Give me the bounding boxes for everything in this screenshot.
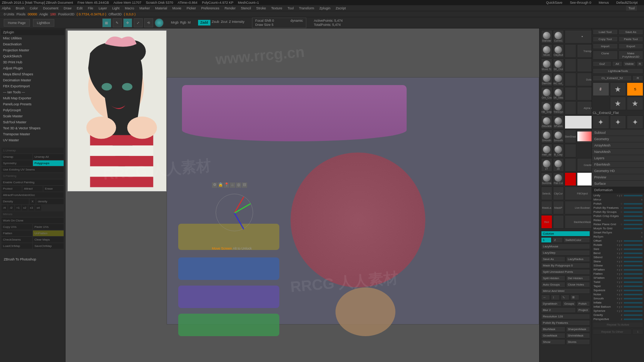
scale-icon[interactable]: ⤢ xyxy=(134,18,143,27)
section-surface[interactable]: Surface xyxy=(592,181,644,187)
brush-empty8[interactable] xyxy=(565,144,577,157)
sculptris-icon[interactable]: ▦ xyxy=(102,18,111,27)
import-button[interactable]: Import xyxy=(593,43,618,49)
d-h2[interactable]: /2 xyxy=(8,205,14,211)
live-boolean-button[interactable]: Live Boolean xyxy=(565,201,592,214)
rs-slider[interactable]: ReSym xyxy=(593,235,640,238)
section-fibermesh[interactable]: FiberMesh xyxy=(592,162,644,168)
brush-hpolish[interactable]: hPolish xyxy=(553,115,564,129)
rpg-slider[interactable]: Relax Plane Grid xyxy=(593,223,619,226)
plugin-3dprint[interactable]: 3D Print Hub xyxy=(1,59,64,65)
brush-skclot[interactable]: SK_Clot xyxy=(553,58,564,72)
tool-thumb-6[interactable]: ✦ xyxy=(610,115,626,129)
sflatten-slider[interactable]: SFlatten xyxy=(593,276,616,280)
menu-light[interactable]: Light xyxy=(112,6,120,10)
mw-icon4[interactable]: ⊞ xyxy=(570,295,579,300)
smooth-d-slider[interactable]: Smooth xyxy=(593,297,616,300)
make-polymesh-button[interactable]: Make PolyMesh3D xyxy=(619,51,644,60)
matcap-red[interactable]: Red xyxy=(541,215,552,229)
polygroups-toggle[interactable]: Polygroups xyxy=(33,160,64,166)
menu-material[interactable]: Material xyxy=(155,6,167,10)
gizmo-icon[interactable] xyxy=(155,18,164,27)
plugin-iantools[interactable]: --- Ian Tools --- xyxy=(1,89,64,95)
brush-orb[interactable]: Orb_Cra xyxy=(541,87,552,100)
brush-damstd[interactable]: DamStd xyxy=(541,73,552,86)
copy-uvs-button[interactable]: Copy UVs xyxy=(1,224,32,230)
menu-alpha[interactable]: Alpha xyxy=(2,6,10,10)
seethrough-slider[interactable]: See-through 0 xyxy=(570,1,591,4)
plugin-scalemaster[interactable]: Scale Master xyxy=(1,113,64,119)
repeat-other-button[interactable]: Repeat To Other xyxy=(593,329,632,335)
repeat-1-button[interactable]: 1 xyxy=(632,329,643,335)
twist-slider[interactable]: Twist xyxy=(593,280,616,284)
brush-empty9[interactable] xyxy=(565,158,577,172)
rotate-slider[interactable]: Rotate xyxy=(593,243,616,247)
fill-object-button[interactable]: FillObject xyxy=(565,187,592,200)
zscript-button[interactable]: DefaultZScript xyxy=(616,1,638,4)
erase-button[interactable]: Erase xyxy=(43,186,64,191)
plugin-subtoolmaster[interactable]: SubTool Master xyxy=(1,119,64,125)
taper-slider[interactable]: Taper xyxy=(593,284,616,288)
gizmo-lock-icon[interactable]: 🔒 xyxy=(218,182,223,188)
brush-empty5[interactable] xyxy=(565,87,577,100)
brush-empty2[interactable] xyxy=(565,58,577,72)
brush-empty1[interactable] xyxy=(565,44,577,58)
plugin-text3d[interactable]: Text 3D & Vector Shapes xyxy=(1,125,64,131)
grow-mask-button[interactable]: GrowMask xyxy=(541,333,565,338)
draw-size-slider[interactable]: Draw Size 5 xyxy=(255,23,274,27)
stroke-dots[interactable]: Dots xyxy=(577,73,592,86)
menu-stencil[interactable]: Stencil xyxy=(241,6,251,10)
mirror-slider[interactable]: Mirror xyxy=(593,198,640,201)
draw-icon[interactable]: ✎ xyxy=(113,18,122,27)
mask-polygroups-slider[interactable]: Mask By Polygroups 0 xyxy=(541,263,590,268)
color-swatch-main[interactable] xyxy=(565,172,577,186)
menu-transform[interactable]: Transform xyxy=(299,6,314,10)
clearmaps-button[interactable]: Clear Maps xyxy=(33,237,64,242)
section-subtool[interactable]: Subtool xyxy=(592,130,644,136)
blur-slider[interactable]: Blur 2 xyxy=(541,307,576,313)
plugin-multimap[interactable]: Multi Map Exporter xyxy=(1,95,64,101)
mrgb-label[interactable]: Mrgb xyxy=(171,21,179,25)
offset-slider[interactable]: Offset xyxy=(593,239,616,242)
existing-uv-toggle[interactable]: Use Existing UV Seams xyxy=(1,167,64,172)
transform-gizmo[interactable] xyxy=(212,190,257,235)
gizmo-pin-icon[interactable]: 📍 xyxy=(224,182,229,188)
brush-zmodele[interactable]: ZModele xyxy=(541,115,552,129)
section-deformation[interactable]: Deformation xyxy=(592,187,644,193)
project-toggle[interactable]: Project xyxy=(577,307,590,313)
plugin-decimation[interactable]: Decimation Master xyxy=(1,77,64,83)
tool-thumb-1[interactable]: ★ xyxy=(610,82,626,96)
plugin-quicksketch[interactable]: QuickSketch xyxy=(1,53,64,59)
brush-empty10[interactable] xyxy=(553,215,564,229)
section-layers[interactable]: Layers xyxy=(592,155,644,162)
lightbox-tools-button[interactable]: Lightbox▸Tools xyxy=(593,68,643,74)
checkseams-button[interactable]: CheckSeams xyxy=(1,237,32,242)
brush-empty4[interactable] xyxy=(565,73,577,86)
d-h4[interactable]: x2 xyxy=(22,205,28,211)
load-ctrlmap-button[interactable]: LoadCtrlMap xyxy=(1,243,32,249)
tool-thumb-current[interactable]: 🗿 xyxy=(593,82,609,96)
alpha-off[interactable]: Alpha Of xyxy=(577,101,592,115)
pce-slider[interactable]: Polish Crisp Edges xyxy=(593,214,622,218)
clone-button[interactable]: Clone xyxy=(593,51,618,60)
backface-mask-button[interactable]: BackfaceMask xyxy=(565,215,592,229)
brush-maskp[interactable]: MaskP xyxy=(553,201,564,214)
tool-thumb-7[interactable]: ✦ xyxy=(627,115,643,129)
repeat-active-button[interactable]: Repeat To Active xyxy=(593,322,643,328)
zbrush-ps-button[interactable]: ZBrush To Photoshop xyxy=(1,256,64,262)
gizmo-reset-icon[interactable]: ⊟ xyxy=(242,182,247,188)
mw-icon3[interactable]: ⤡ xyxy=(561,295,569,300)
goz-button[interactable]: GoZ xyxy=(593,61,611,67)
dynamic-toggle[interactable]: dynamic xyxy=(291,19,303,27)
split-hidden-button[interactable]: Split Hidden xyxy=(541,275,565,281)
sharpen-mask-button[interactable]: SharpenMask xyxy=(566,326,590,332)
groups-toggle[interactable]: Groups xyxy=(562,301,576,307)
brush-curve[interactable]: Curve1 xyxy=(553,30,564,43)
zsub-button[interactable]: Zsub xyxy=(212,20,219,25)
unwrap-all-button[interactable]: Unwrap All xyxy=(33,154,64,160)
gizmo-toolbar[interactable]: ⚙ 🔒 📍 ⌂ ◎ ⊟ xyxy=(212,182,247,188)
enable-painting-toggle[interactable]: Enable Control Painting xyxy=(1,180,64,185)
tool-thumb-3[interactable]: ★ xyxy=(610,97,626,110)
brush-standard[interactable]: Standar xyxy=(541,30,552,43)
quicksave-button[interactable]: QuickSave xyxy=(546,1,562,4)
